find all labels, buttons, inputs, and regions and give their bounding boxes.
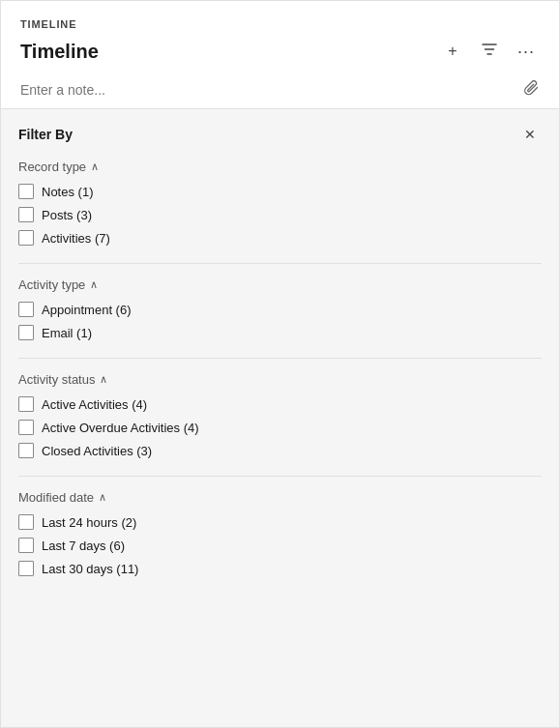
filter-item-last-7-days[interactable]: Last 7 days (6) — [18, 538, 542, 553]
note-input-row — [1, 74, 559, 109]
filter-section-activity-status: Activity status ∧ Active Activities (4) … — [18, 372, 542, 458]
posts-label: Posts (3) — [42, 208, 92, 222]
divider-2 — [18, 358, 542, 359]
active-activities-label: Active Activities (4) — [42, 397, 147, 412]
add-button[interactable]: + — [439, 38, 466, 65]
section-label-row-modified-date: Modified date ∧ — [18, 490, 542, 505]
checkbox-activities[interactable] — [18, 230, 34, 246]
filter-panel: Filter By ✕ Record type ∧ Notes (1) Post… — [1, 109, 559, 727]
filter-section-modified-date: Modified date ∧ Last 24 hours (2) Last 7… — [18, 490, 542, 576]
checkbox-last-7-days[interactable] — [18, 538, 34, 553]
checkbox-notes[interactable] — [18, 184, 34, 199]
checkbox-last-30-days[interactable] — [18, 561, 34, 576]
filter-button[interactable] — [476, 38, 503, 65]
filter-item-notes[interactable]: Notes (1) — [18, 184, 542, 199]
checkbox-closed-activities[interactable] — [18, 443, 34, 458]
checkbox-appointment[interactable] — [18, 302, 34, 317]
checkbox-active-overdue-activities[interactable] — [18, 420, 34, 435]
notes-label: Notes (1) — [42, 185, 93, 199]
filter-section-activity-type: Activity type ∧ Appointment (6) Email (1… — [18, 277, 542, 340]
add-icon: + — [448, 43, 457, 60]
more-options-button[interactable]: ··· — [513, 38, 540, 65]
section-label-row-activity-status: Activity status ∧ — [18, 372, 542, 387]
record-type-label: Record type — [18, 160, 86, 174]
note-input[interactable] — [20, 82, 518, 98]
activity-type-label: Activity type — [18, 277, 85, 292]
last-30-days-label: Last 30 days (11) — [42, 562, 138, 576]
panel-title: TIMELINE — [1, 1, 559, 34]
filter-item-last-30-days[interactable]: Last 30 days (11) — [18, 561, 542, 576]
filter-item-activities[interactable]: Activities (7) — [18, 230, 542, 246]
activity-status-chevron-icon: ∧ — [100, 373, 107, 386]
last-7-days-label: Last 7 days (6) — [42, 539, 125, 553]
checkbox-posts[interactable] — [18, 207, 34, 222]
section-label-row-activity-type: Activity type ∧ — [18, 277, 542, 292]
filter-header: Filter By ✕ — [18, 123, 542, 146]
record-type-chevron-icon: ∧ — [91, 160, 99, 173]
modified-date-label: Modified date — [18, 490, 94, 505]
divider-3 — [18, 476, 542, 477]
email-label: Email (1) — [42, 326, 92, 340]
filter-item-posts[interactable]: Posts (3) — [18, 207, 542, 222]
panel-header-title: Timeline — [20, 41, 99, 63]
checkbox-last-24-hours[interactable] — [18, 514, 34, 530]
filter-item-active-activities[interactable]: Active Activities (4) — [18, 396, 542, 412]
closed-activities-label: Closed Activities (3) — [42, 444, 152, 458]
filter-icon — [482, 42, 497, 61]
close-filter-button[interactable]: ✕ — [518, 123, 542, 146]
divider-1 — [18, 263, 542, 264]
activities-label: Activities (7) — [42, 231, 110, 246]
filter-item-email[interactable]: Email (1) — [18, 325, 542, 340]
filter-item-last-24-hours[interactable]: Last 24 hours (2) — [18, 514, 542, 530]
checkbox-email[interactable] — [18, 325, 34, 340]
panel-header-actions: + ··· — [439, 38, 540, 65]
appointment-label: Appointment (6) — [42, 303, 132, 317]
section-label-row-record-type: Record type ∧ — [18, 160, 542, 174]
last-24-hours-label: Last 24 hours (2) — [42, 515, 136, 530]
active-overdue-activities-label: Active Overdue Activities (4) — [42, 421, 199, 435]
timeline-panel: TIMELINE Timeline + ··· — [0, 0, 560, 728]
modified-date-chevron-icon: ∧ — [99, 491, 106, 504]
more-icon: ··· — [517, 42, 535, 62]
activity-type-chevron-icon: ∧ — [90, 278, 98, 291]
checkbox-active-activities[interactable] — [18, 396, 34, 412]
filter-section-record-type: Record type ∧ Notes (1) Posts (3) Activi… — [18, 160, 542, 246]
filter-item-closed-activities[interactable]: Closed Activities (3) — [18, 443, 542, 458]
activity-status-label: Activity status — [18, 372, 95, 387]
panel-header: Timeline + ··· — [1, 34, 559, 74]
attachment-icon — [524, 80, 540, 99]
filter-by-label: Filter By — [18, 127, 73, 142]
filter-item-active-overdue-activities[interactable]: Active Overdue Activities (4) — [18, 420, 542, 435]
filter-item-appointment[interactable]: Appointment (6) — [18, 302, 542, 317]
